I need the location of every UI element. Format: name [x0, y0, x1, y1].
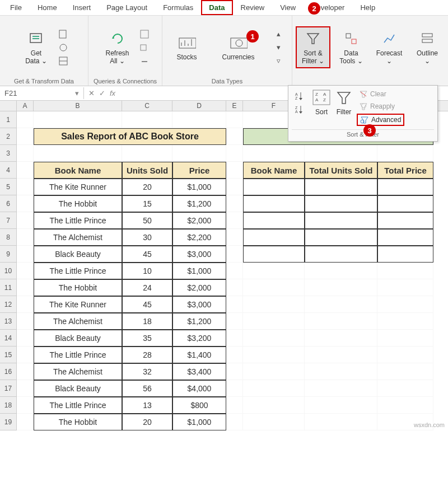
- units-cell[interactable]: 20: [122, 414, 172, 430]
- book-name-cell[interactable]: Black Beauty: [34, 330, 122, 346]
- sort-button[interactable]: ZAAZ Sort: [312, 89, 331, 116]
- cell[interactable]: [305, 279, 377, 296]
- cell[interactable]: [305, 414, 377, 430]
- cell[interactable]: [243, 279, 305, 296]
- cell[interactable]: [305, 380, 377, 397]
- fx-icon[interactable]: fx: [110, 89, 115, 97]
- price-cell[interactable]: $1,400: [172, 346, 226, 363]
- cell[interactable]: [226, 263, 243, 279]
- summary-cell[interactable]: [243, 246, 305, 263]
- cell[interactable]: [305, 363, 377, 380]
- cell[interactable]: [226, 279, 243, 296]
- properties-button[interactable]: [138, 41, 151, 54]
- row-header[interactable]: 11: [0, 279, 17, 296]
- cell[interactable]: [377, 346, 433, 363]
- units-cell[interactable]: 50: [122, 212, 172, 229]
- row-header[interactable]: 18: [0, 397, 17, 414]
- units-cell[interactable]: 20: [122, 179, 172, 195]
- sort-filter-button[interactable]: Sort & Filter ⌄: [296, 26, 330, 68]
- cell[interactable]: [34, 145, 122, 162]
- book-name-cell[interactable]: Black Beauty: [34, 246, 122, 263]
- book-name-cell[interactable]: The Hobbit: [34, 414, 122, 430]
- units-cell[interactable]: 18: [122, 313, 172, 330]
- book-name-cell[interactable]: The Kite Runner: [34, 179, 122, 195]
- summary-cell[interactable]: [243, 212, 305, 229]
- price-cell[interactable]: $800: [172, 397, 226, 414]
- cancel-icon[interactable]: ✕: [88, 89, 95, 97]
- advanced-button[interactable]: Advanced: [357, 114, 404, 126]
- cell[interactable]: [172, 111, 226, 128]
- book-name-cell[interactable]: The Hobbit: [34, 279, 122, 296]
- cell[interactable]: [122, 145, 172, 162]
- summary-cell[interactable]: [243, 179, 305, 195]
- cell[interactable]: [226, 296, 243, 313]
- row-header[interactable]: 3: [0, 145, 17, 162]
- book-name-cell[interactable]: The Little Prince: [34, 263, 122, 279]
- scroll-up-button[interactable]: ▴: [273, 28, 285, 40]
- tab-file[interactable]: File: [2, 0, 30, 15]
- cell[interactable]: [243, 363, 305, 380]
- cell[interactable]: [226, 363, 243, 380]
- forecast-button[interactable]: Forecast ⌄: [372, 27, 407, 67]
- tab-formulas[interactable]: Formulas: [155, 0, 201, 15]
- cell[interactable]: [243, 145, 305, 162]
- price-cell[interactable]: $1,000: [172, 414, 226, 430]
- from-web-button[interactable]: [57, 41, 69, 54]
- cell[interactable]: [243, 346, 305, 363]
- book-name-cell[interactable]: The Alchemist: [34, 229, 122, 246]
- cell[interactable]: [305, 397, 377, 414]
- cell[interactable]: [17, 128, 34, 145]
- cell[interactable]: [305, 145, 377, 162]
- price-cell[interactable]: $1,000: [172, 179, 226, 195]
- book-name-cell[interactable]: The Alchemist: [34, 363, 122, 380]
- tab-insert[interactable]: Insert: [65, 0, 99, 15]
- cell[interactable]: [17, 346, 34, 363]
- outline-button[interactable]: Outline ⌄: [410, 27, 445, 67]
- cell[interactable]: [243, 313, 305, 330]
- row-header[interactable]: 1: [0, 111, 17, 128]
- cell[interactable]: [17, 330, 34, 346]
- cell[interactable]: [226, 313, 243, 330]
- queries-button[interactable]: [138, 28, 151, 40]
- cell[interactable]: [377, 313, 433, 330]
- from-table-button[interactable]: [57, 55, 69, 67]
- price-cell[interactable]: $4,000: [172, 380, 226, 397]
- cell[interactable]: [226, 179, 243, 195]
- book-name-cell[interactable]: The Little Prince: [34, 397, 122, 414]
- summary-cell[interactable]: [377, 179, 433, 195]
- scroll-down-button[interactable]: ▾: [273, 41, 285, 54]
- cell[interactable]: [17, 397, 34, 414]
- units-cell[interactable]: 15: [122, 195, 172, 212]
- price-cell[interactable]: $2,000: [172, 279, 226, 296]
- cell[interactable]: [377, 363, 433, 380]
- cell[interactable]: [305, 346, 377, 363]
- table-header[interactable]: Price: [172, 162, 226, 179]
- cell[interactable]: [17, 363, 34, 380]
- summary-cell[interactable]: [377, 246, 433, 263]
- price-cell[interactable]: $3,200: [172, 330, 226, 346]
- row-header[interactable]: 13: [0, 313, 17, 330]
- book-name-cell[interactable]: The Little Prince: [34, 346, 122, 363]
- data-tools-button[interactable]: Data Tools ⌄: [334, 27, 368, 67]
- units-cell[interactable]: 45: [122, 296, 172, 313]
- cell[interactable]: [377, 296, 433, 313]
- col-header[interactable]: E: [226, 101, 243, 111]
- cell[interactable]: [17, 263, 34, 279]
- summary-cell[interactable]: [377, 229, 433, 246]
- refresh-all-button[interactable]: Refresh All ⌄: [100, 27, 135, 67]
- units-cell[interactable]: 13: [122, 397, 172, 414]
- row-header[interactable]: 2: [0, 128, 17, 145]
- col-header[interactable]: C: [122, 101, 172, 111]
- row-header[interactable]: 15: [0, 346, 17, 363]
- summary-cell[interactable]: [305, 179, 377, 195]
- price-cell[interactable]: $2,200: [172, 229, 226, 246]
- cell[interactable]: [243, 330, 305, 346]
- summary-cell[interactable]: [243, 195, 305, 212]
- units-cell[interactable]: 24: [122, 279, 172, 296]
- accept-icon[interactable]: ✓: [99, 89, 105, 97]
- cell[interactable]: [17, 195, 34, 212]
- cell[interactable]: [377, 279, 433, 296]
- price-cell[interactable]: $3,400: [172, 363, 226, 380]
- table-header[interactable]: Book Name: [243, 162, 305, 179]
- table-header[interactable]: Total Price: [377, 162, 433, 179]
